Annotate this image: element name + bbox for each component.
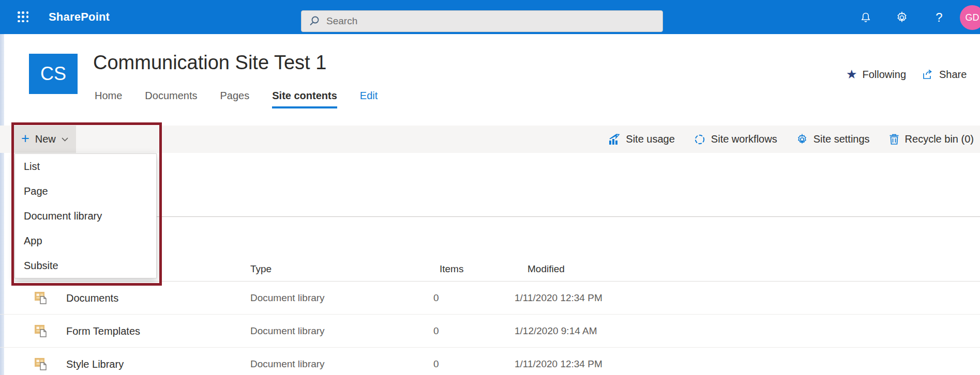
- document-library-icon: [33, 323, 49, 339]
- document-library-icon: [33, 290, 49, 306]
- command-bar: + New Site usage: [0, 126, 980, 153]
- account-avatar[interactable]: GD: [960, 5, 980, 30]
- column-header-items[interactable]: Items: [440, 263, 463, 275]
- share-icon: [922, 69, 934, 80]
- site-usage-label: Site usage: [626, 133, 675, 145]
- site-nav: Home Documents Pages Site contents Edit: [95, 90, 378, 108]
- row-modified: 1/11/2020 12:34 PM: [515, 292, 602, 304]
- recycle-bin-label: Recycle bin (0): [905, 133, 974, 145]
- nav-item-site-contents[interactable]: Site contents: [272, 90, 337, 108]
- gear-icon-blue: [796, 133, 808, 146]
- nav-item-home[interactable]: Home: [95, 90, 122, 108]
- sharepoint-brand[interactable]: SharePoint: [49, 10, 110, 24]
- recycle-bin-button[interactable]: Recycle bin (0): [888, 133, 974, 146]
- site-header-actions: ★ Following Share: [846, 68, 967, 81]
- site-workflows-label: Site workflows: [711, 133, 777, 145]
- avatar-initials: GD: [966, 12, 979, 23]
- row-type: Document library: [250, 292, 325, 304]
- workflow-sync-icon: [693, 133, 706, 146]
- site-usage-button[interactable]: Site usage: [608, 133, 675, 145]
- row-type: Document library: [250, 358, 325, 370]
- column-header-type[interactable]: Type: [250, 263, 272, 275]
- menu-item-subsite[interactable]: Subsite: [15, 253, 156, 278]
- trash-icon: [888, 133, 900, 146]
- menu-item-page[interactable]: Page: [15, 179, 156, 204]
- star-icon: ★: [846, 68, 857, 81]
- search-input[interactable]: [326, 15, 662, 27]
- menu-item-document-library[interactable]: Document library: [15, 204, 156, 228]
- row-name-link[interactable]: Form Templates: [66, 325, 140, 337]
- site-logo-text: CS: [40, 63, 66, 85]
- site-settings-button[interactable]: Site settings: [796, 133, 870, 146]
- site-title: Communication Site Test 1: [93, 52, 326, 74]
- pivot-separator-line: [14, 216, 980, 217]
- share-button[interactable]: Share: [922, 69, 967, 81]
- new-dropdown-menu: List Page Document library App Subsite: [14, 153, 157, 278]
- row-modified: 1/11/2020 12:34 PM: [515, 358, 602, 370]
- nav-item-edit[interactable]: Edit: [360, 90, 378, 108]
- search-box[interactable]: [301, 10, 663, 32]
- nav-item-documents[interactable]: Documents: [145, 90, 197, 108]
- row-name-link[interactable]: Documents: [66, 292, 118, 304]
- row-name-link[interactable]: Style Library: [66, 358, 124, 370]
- new-button-label: New: [35, 133, 56, 145]
- help-glyph: ?: [936, 10, 942, 25]
- site-settings-label: Site settings: [813, 133, 870, 145]
- column-header-modified[interactable]: Modified: [527, 263, 565, 275]
- table-row-documents[interactable]: Documents Document library 0 1/11/2020 1…: [0, 282, 980, 315]
- following-label: Following: [863, 69, 906, 81]
- row-modified: 1/12/2020 9:14 AM: [515, 325, 597, 337]
- table-row-form-templates[interactable]: Form Templates Document library 0 1/12/2…: [0, 315, 980, 348]
- settings-gear-icon[interactable]: [894, 9, 910, 26]
- row-type: Document library: [250, 325, 325, 337]
- site-logo[interactable]: CS: [29, 54, 78, 94]
- table-body: Documents Document library 0 1/11/2020 1…: [0, 282, 980, 375]
- share-label: Share: [939, 69, 967, 81]
- plus-icon: +: [21, 132, 29, 146]
- row-items: 0: [433, 292, 439, 304]
- bar-chart-icon: [608, 134, 621, 145]
- command-bar-right-actions: Site usage Site workflows Site settin: [608, 126, 974, 153]
- row-items: 0: [433, 358, 439, 370]
- table-row-style-library[interactable]: Style Library Document library 0 1/11/20…: [0, 348, 980, 375]
- chevron-down-icon: [62, 137, 68, 142]
- menu-item-list[interactable]: List: [15, 154, 156, 179]
- search-icon: [309, 15, 320, 27]
- nav-item-pages[interactable]: Pages: [220, 90, 250, 108]
- following-button[interactable]: ★ Following: [846, 68, 906, 81]
- document-library-icon: [33, 356, 49, 372]
- site-workflows-button[interactable]: Site workflows: [693, 133, 777, 146]
- row-items: 0: [433, 325, 439, 337]
- app-launcher-waffle-icon[interactable]: [18, 11, 29, 23]
- new-button[interactable]: + New: [13, 126, 76, 153]
- sharepoint-site-contents-page: SharePoint ? GD: [0, 0, 980, 375]
- help-icon[interactable]: ?: [931, 9, 947, 26]
- notifications-bell-icon[interactable]: [857, 9, 874, 26]
- menu-item-app[interactable]: App: [15, 228, 156, 253]
- suite-bar: SharePoint ? GD: [0, 0, 980, 34]
